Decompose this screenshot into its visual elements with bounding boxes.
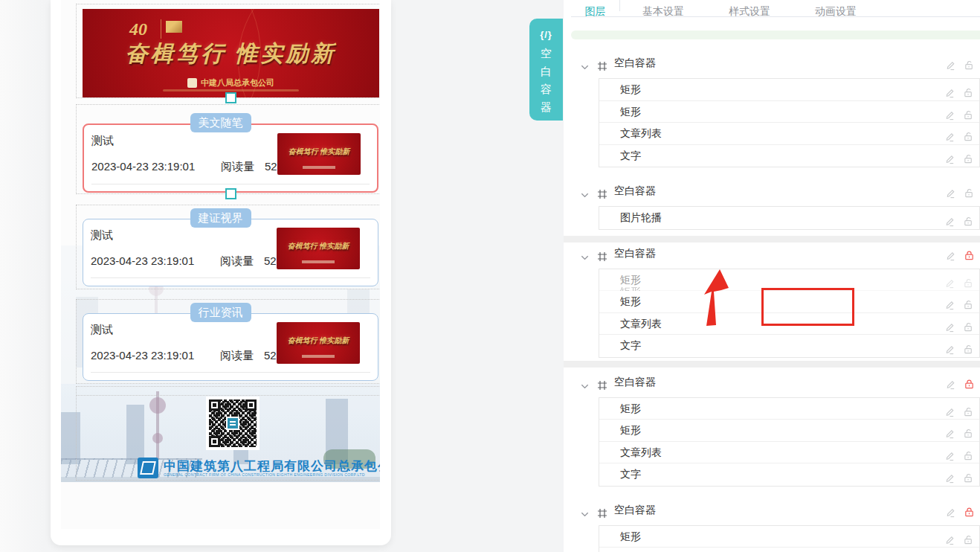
blank-container-tab-label: 空白容器 xyxy=(541,45,552,116)
layer-row[interactable]: 文章列表 xyxy=(599,123,979,145)
blank-container-tab[interactable]: {/} 空白容器 xyxy=(529,19,563,121)
layer-group-header[interactable]: 空白容器 xyxy=(564,499,980,520)
container-frame-icon xyxy=(597,248,607,269)
layer-group-label: 空白容器 xyxy=(614,180,656,201)
lock-open-icon[interactable] xyxy=(963,318,975,330)
article-card-selected[interactable]: 测试 2023-04-23 23:19:01 阅读量52 奋楫笃行 惟实励新 xyxy=(83,123,378,193)
lock-open-icon[interactable] xyxy=(963,106,975,118)
layer-row[interactable]: 矩形 xyxy=(599,526,979,548)
edit-pencil-icon[interactable] xyxy=(944,469,956,481)
layer-group-header[interactable]: 空白容器 xyxy=(564,52,980,73)
lock-closed-icon[interactable] xyxy=(964,376,976,388)
settings-panel: 图层 基本设置 样式设置 动画设置 空白容器矩形矩形文章列表文字空白容器图片轮播… xyxy=(564,0,980,552)
layer-row[interactable]: 文字 xyxy=(599,145,979,167)
edit-pencil-icon[interactable] xyxy=(944,340,956,352)
layer-row[interactable]: 矩形 xyxy=(599,420,979,442)
lock-open-icon[interactable] xyxy=(963,150,975,161)
tab-basic-settings[interactable]: 基本设置 xyxy=(620,0,706,10)
section-label-essays[interactable]: 美文随笔 xyxy=(190,113,251,132)
lock-open-icon[interactable] xyxy=(963,340,975,352)
layer-row[interactable]: 矩形 xyxy=(599,548,979,552)
layer-row-label: 文章列表 xyxy=(620,123,662,145)
chevron-down-icon[interactable] xyxy=(580,58,590,79)
edit-pencil-icon[interactable] xyxy=(944,402,956,414)
editor-stage: 40 奋楫笃行 惟实励新 中建八局总承包公司 美文随笔 测试 2023-04-2… xyxy=(0,0,980,552)
lock-open-icon[interactable] xyxy=(963,530,975,542)
container-resize-handle[interactable] xyxy=(225,188,236,199)
edit-pencil-icon[interactable] xyxy=(944,424,956,436)
edit-pencil-icon[interactable] xyxy=(945,376,957,388)
lock-open-icon[interactable] xyxy=(963,212,975,224)
layer-row[interactable]: 矩形 xyxy=(599,79,979,101)
edit-pencil-icon[interactable] xyxy=(944,150,956,161)
edit-pencil-icon[interactable] xyxy=(945,184,957,196)
chevron-down-icon[interactable] xyxy=(580,248,590,269)
lock-open-icon[interactable] xyxy=(964,184,976,196)
section-label-vision[interactable]: 建证视界 xyxy=(190,208,251,228)
layer-children-box: 矩形矩形文章列表文字 xyxy=(599,78,980,167)
layer-group-header[interactable]: 空白容器 xyxy=(564,371,980,392)
edit-pencil-icon[interactable] xyxy=(944,274,956,286)
edit-pencil-icon[interactable] xyxy=(945,504,957,516)
page-preview: 40 奋楫笃行 惟实励新 中建八局总承包公司 美文随笔 测试 2023-04-2… xyxy=(61,0,380,529)
container-resize-handle[interactable] xyxy=(225,92,236,103)
layer-row-label: 矩形 xyxy=(620,420,641,442)
section-label-news[interactable]: 行业资讯 xyxy=(190,303,251,322)
article-card[interactable]: 测试 2023-04-23 23:19:01 阅读量52 奋楫笃行 惟实励新 xyxy=(83,219,378,286)
chevron-down-icon[interactable] xyxy=(580,505,590,526)
lock-open-icon[interactable] xyxy=(963,424,975,436)
layer-row-label: 文字 xyxy=(620,463,641,486)
layer-group-header[interactable]: 空白容器 xyxy=(564,180,980,201)
layer-row-label: 图片轮播 xyxy=(620,207,662,229)
layer-group-label: 空白容器 xyxy=(614,243,656,263)
edit-pencil-icon[interactable] xyxy=(945,57,957,68)
lock-open-icon[interactable] xyxy=(963,127,975,139)
layer-row[interactable]: 文章列表 xyxy=(599,442,979,464)
edit-pencil-icon[interactable] xyxy=(944,127,956,139)
layer-row[interactable]: 文字 xyxy=(599,335,979,357)
lock-open-icon[interactable] xyxy=(963,295,975,307)
layer-row-label: 矩形 xyxy=(620,548,641,552)
edit-pencil-icon[interactable] xyxy=(944,530,956,542)
tab-layers[interactable]: 图层 xyxy=(571,0,620,11)
edit-pencil-icon[interactable] xyxy=(944,212,956,224)
layer-row[interactable]: 矩形 xyxy=(599,398,979,420)
lock-closed-icon[interactable] xyxy=(964,247,976,259)
banner-image[interactable]: 40 奋楫笃行 惟实励新 中建八局总承包公司 xyxy=(83,9,379,97)
layer-row[interactable]: 文字 xyxy=(599,463,979,486)
layer-row[interactable]: 矩形 xyxy=(599,101,979,123)
chevron-down-icon[interactable] xyxy=(580,377,590,398)
lock-open-icon[interactable] xyxy=(963,469,975,481)
qr-center-logo xyxy=(226,417,239,430)
edit-pencil-icon[interactable] xyxy=(944,318,956,330)
code-braces-icon: {/} xyxy=(540,29,552,40)
banner-slogan: 奋楫笃行 惟实励新 xyxy=(83,39,379,69)
tab-style-settings[interactable]: 样式设置 xyxy=(706,0,793,10)
layer-children-box: 矩形矩形 xyxy=(599,525,980,552)
edit-pencil-icon[interactable] xyxy=(945,247,957,259)
article-title: 测试 xyxy=(91,228,113,243)
edit-pencil-icon[interactable] xyxy=(944,446,956,458)
layer-row[interactable]: 图片轮播 xyxy=(599,207,979,229)
layer-group-header[interactable]: 空白容器 xyxy=(564,243,980,263)
edit-pencil-icon[interactable] xyxy=(944,83,956,95)
article-card[interactable]: 测试 2023-04-23 23:19:01 阅读量52 奋楫笃行 惟实励新 xyxy=(83,313,378,381)
edit-pencil-icon[interactable] xyxy=(944,295,956,307)
lock-open-icon[interactable] xyxy=(963,274,975,286)
lock-closed-icon[interactable] xyxy=(964,504,976,516)
footer-company-name: 中国建筑第八工程局有限公司总承包公司 xyxy=(164,458,380,475)
edit-pencil-icon[interactable] xyxy=(944,106,956,118)
chevron-down-icon[interactable] xyxy=(580,186,590,207)
layer-children-box: 矩形矩形文章列表文字 xyxy=(599,397,980,487)
layer-row-label: 矩形 xyxy=(620,526,641,548)
lock-open-icon[interactable] xyxy=(963,83,975,95)
layer-row-label: 矩形 xyxy=(620,398,641,420)
tab-animation-settings[interactable]: 动画设置 xyxy=(793,0,879,10)
lock-open-icon[interactable] xyxy=(963,446,975,458)
lock-open-icon[interactable] xyxy=(963,402,975,414)
group-separator-strip xyxy=(564,361,980,368)
layer-row-label: 矩形 xyxy=(620,101,641,123)
footer-company-logo xyxy=(138,458,158,478)
lock-open-icon[interactable] xyxy=(964,57,976,68)
container-frame-icon xyxy=(597,504,607,525)
